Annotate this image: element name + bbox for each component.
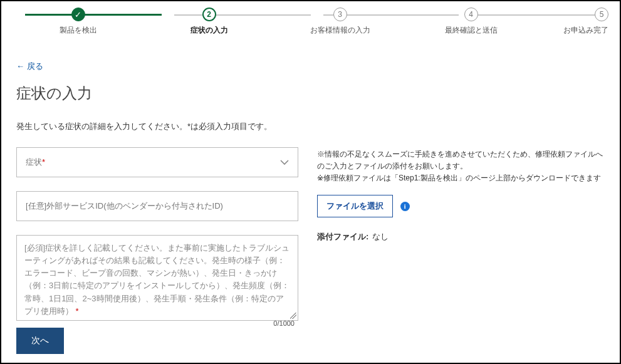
step-number-icon: 5 xyxy=(595,8,608,21)
instruction-text: 発生している症状の詳細を入力してください。*は必須入力項目です。 xyxy=(16,121,605,132)
check-icon: ✓ xyxy=(71,8,85,21)
progress-stepper: ✓ 製品を検出 2 症状の入力 3 お客様情報の入力 4 最終確認と送信 5 お… xyxy=(4,8,617,36)
step-4: 4 最終確認と送信 xyxy=(405,8,536,36)
file-note: ※情報の不足なくスムーズに手続きを進めさせていただくため、修理依頼ファイルへのご… xyxy=(317,148,605,185)
textarea-placeholder: [必須]症状を詳しく記載してください。また事前に実施したトラブルシューティングが… xyxy=(24,242,290,318)
details-textarea[interactable]: [必須]症状を詳しく記載してください。また事前に実施したトラブルシューティングが… xyxy=(16,235,298,321)
step-label: 最終確認と送信 xyxy=(405,25,536,36)
step-label: 症状の入力 xyxy=(144,25,274,36)
step-1[interactable]: ✓ 製品を検出 xyxy=(13,8,144,36)
attachment-status: 添付ファイル: なし xyxy=(317,231,605,242)
step-number-icon: 2 xyxy=(202,8,216,21)
choose-file-button[interactable]: ファイルを選択 xyxy=(317,195,393,217)
step-label: お客様情報の入力 xyxy=(274,25,405,36)
step-5: 5 お申込み完了 xyxy=(536,8,608,36)
symptom-select[interactable]: 症状* xyxy=(16,147,298,177)
resize-handle-icon[interactable] xyxy=(290,313,296,319)
step-2[interactable]: 2 症状の入力 xyxy=(144,8,274,36)
back-link[interactable]: ← 戻る xyxy=(16,61,43,72)
select-placeholder: 症状* xyxy=(26,157,45,168)
step-label: 製品を検出 xyxy=(13,25,144,36)
step-number-icon: 4 xyxy=(464,8,478,21)
input-placeholder: [任意]外部サービスID(他のベンダーから付与されたID) xyxy=(26,201,223,211)
step-number-icon: 3 xyxy=(333,8,347,21)
external-id-input[interactable]: [任意]外部サービスID(他のベンダーから付与されたID) xyxy=(16,191,298,221)
step-label: お申込み完了 xyxy=(536,25,608,36)
chevron-down-icon xyxy=(280,157,289,167)
page-title: 症状の入力 xyxy=(16,83,605,103)
step-3: 3 お客様情報の入力 xyxy=(274,8,405,36)
info-icon[interactable]: i xyxy=(400,202,410,211)
next-button[interactable]: 次へ xyxy=(16,328,64,354)
